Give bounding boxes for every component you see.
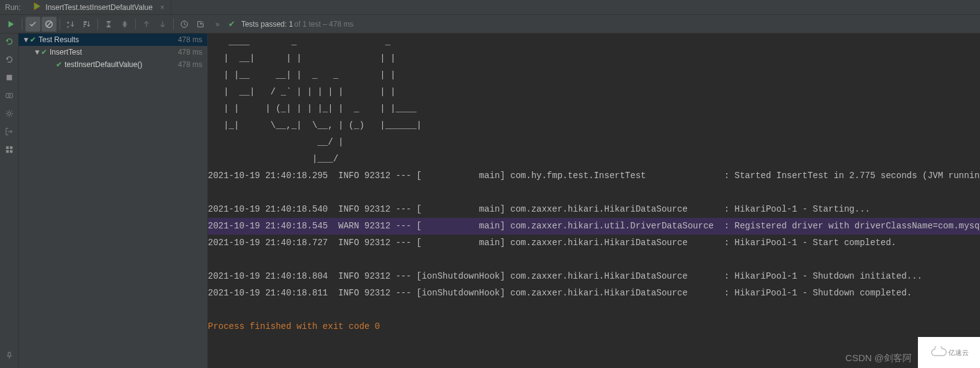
show-passed-toggle[interactable] — [25, 17, 40, 32]
log-line — [208, 251, 980, 268]
log-line: Process finished with exit code 0 — [208, 318, 980, 335]
ascii-art-line: | |__ __| | _ _ | | — [208, 67, 980, 84]
prev-failed-button[interactable] — [139, 17, 154, 32]
log-line: 2021-10-19 21:40:18.811 INFO 92312 --- [… — [208, 285, 980, 302]
test-ok-icon: ✔ — [30, 35, 36, 44]
tree-row-name: InsertTest — [50, 48, 178, 56]
cloud-icon — [930, 346, 948, 359]
expand-all-button[interactable] — [101, 17, 116, 32]
log-line: 2021-10-19 21:40:18.804 INFO 92312 --- [… — [208, 268, 980, 285]
main-area: ▼ ✔ Test Results 478 ms ▼ ✔ InsertTest 4… — [0, 34, 980, 368]
pin-icon[interactable] — [5, 351, 14, 362]
ascii-art-line: |___/ — [208, 151, 980, 168]
svg-rect-7 — [84, 21, 87, 22]
overflow-chevrons[interactable]: » — [215, 20, 220, 29]
svg-text:a: a — [67, 20, 70, 24]
toggle-auto-test-icon[interactable] — [5, 55, 14, 66]
rerun-icon[interactable] — [5, 37, 14, 48]
settings-icon[interactable] — [5, 109, 14, 120]
next-failed-button[interactable] — [155, 17, 170, 32]
tree-row-class[interactable]: ▼ ✔ InsertTest 478 ms — [19, 46, 207, 58]
ascii-art-line: |_| \__,_| \__, | (_) |______| — [208, 117, 980, 134]
ascii-art-line: | __| / _` | | | | | | | — [208, 84, 980, 101]
sort-duration-button[interactable] — [79, 17, 94, 32]
corner-logo-text: 亿速云 — [948, 348, 969, 357]
expand-arrow-icon[interactable]: ▼ — [34, 48, 41, 56]
svg-rect-14 — [6, 94, 12, 98]
test-tree[interactable]: ▼ ✔ Test Results 478 ms ▼ ✔ InsertTest 4… — [19, 34, 208, 368]
run-config-tab[interactable]: InsertTest.testInsertDefaultValue × — [27, 0, 171, 14]
log-line: 2021-10-19 21:40:18.545 WARN 92312 --- [… — [208, 218, 980, 235]
run-config-name: InsertTest.testInsertDefaultValue — [45, 3, 153, 12]
tree-row-results[interactable]: ▼ ✔ Test Results 478 ms — [19, 34, 207, 46]
import-tests-button[interactable] — [193, 17, 208, 32]
run-label: Run: — [5, 3, 20, 12]
corner-logo: 亿速云 — [918, 337, 980, 368]
svg-rect-19 — [6, 150, 8, 153]
close-tab-icon[interactable]: × — [160, 3, 164, 12]
ascii-art-line: ____ _ _ — [208, 34, 980, 50]
expand-arrow-icon[interactable]: ▼ — [22, 35, 30, 44]
rerun-button[interactable] — [4, 17, 19, 32]
svg-rect-9 — [84, 25, 85, 27]
ascii-art-line: __/ | — [208, 134, 980, 151]
tree-row-method[interactable]: ✔ testInsertDefaultValue() 478 ms — [19, 58, 207, 71]
log-line: 2021-10-19 21:40:18.295 INFO 92312 --- [… — [208, 168, 980, 184]
svg-rect-8 — [84, 24, 86, 25]
svg-point-15 — [8, 94, 11, 97]
test-ok-icon: ✔ — [41, 48, 47, 56]
svg-text:z: z — [67, 24, 69, 29]
ascii-art-line: | | | (_| | | |_| | _ | |____ — [208, 101, 980, 117]
log-line — [208, 302, 980, 318]
tree-row-time: 478 ms — [178, 48, 202, 56]
log-line: 2021-10-19 21:40:18.540 INFO 92312 --- [… — [208, 201, 980, 218]
tree-row-time: 478 ms — [178, 60, 202, 69]
tree-row-name: Test Results — [38, 35, 178, 44]
separator — [60, 19, 60, 30]
log-line: 2021-10-19 21:40:18.727 INFO 92312 --- [… — [208, 235, 980, 251]
separator — [22, 19, 22, 30]
svg-line-4 — [47, 22, 52, 26]
collapse-all-button[interactable] — [117, 17, 132, 32]
log-line — [208, 184, 980, 201]
tests-passed-count: Tests passed: 1 — [241, 20, 293, 29]
exit-icon[interactable] — [5, 127, 14, 138]
svg-rect-13 — [6, 75, 12, 81]
test-toolbar: az » ✔ Tests passed: 1 of 1 test – 478 m… — [0, 15, 980, 34]
separator — [135, 19, 136, 30]
dump-threads-icon[interactable] — [5, 91, 14, 102]
sort-alpha-button[interactable]: az — [63, 17, 78, 32]
stop-icon[interactable] — [5, 73, 14, 84]
svg-rect-20 — [9, 150, 12, 153]
tests-passed-icon: ✔ — [228, 19, 235, 29]
show-ignored-toggle[interactable] — [42, 17, 56, 32]
svg-point-16 — [7, 112, 11, 115]
test-ok-icon: ✔ — [56, 60, 62, 69]
left-gutter — [0, 34, 19, 368]
separator — [97, 19, 98, 30]
tests-passed-total: of 1 test – 478 ms — [294, 20, 353, 29]
layout-icon[interactable] — [5, 145, 14, 156]
watermark-text: CSDN @剑客阿 — [845, 352, 912, 364]
tree-row-name: testInsertDefaultValue() — [65, 60, 178, 69]
svg-marker-2 — [9, 20, 14, 27]
tree-row-time: 478 ms — [178, 35, 202, 44]
separator — [173, 19, 174, 30]
run-config-icon — [33, 2, 42, 12]
svg-rect-17 — [6, 146, 8, 149]
test-history-button[interactable] — [177, 17, 192, 32]
run-tab-bar: Run: InsertTest.testInsertDefaultValue × — [0, 0, 980, 15]
svg-rect-18 — [9, 146, 12, 149]
ascii-art-line: | __| | | | | — [208, 50, 980, 67]
console-output[interactable]: ____ _ _ | __| | | | | | |__ __| | _ _ |… — [208, 34, 980, 368]
